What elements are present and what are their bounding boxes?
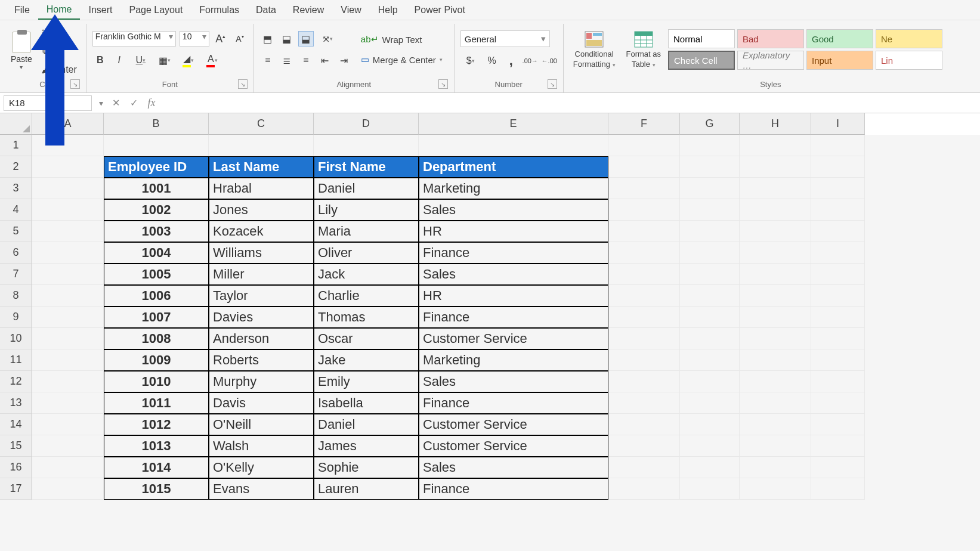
row-header-11[interactable]: 11: [0, 349, 32, 371]
cell-E5[interactable]: HR: [419, 221, 608, 242]
percent-button[interactable]: %: [484, 53, 500, 69]
borders-button[interactable]: ▦ ▾: [154, 52, 175, 68]
cell-D10[interactable]: Oscar: [314, 328, 419, 349]
cell-C14[interactable]: O'Neill: [209, 414, 314, 435]
cell-B5[interactable]: 1003: [104, 221, 209, 242]
name-box-dropdown[interactable]: ▾: [95, 98, 107, 108]
copy-button[interactable]: ⧉: [38, 43, 54, 58]
cell-F15[interactable]: [608, 435, 680, 457]
cell-G7[interactable]: [680, 264, 740, 285]
row-header-10[interactable]: 10: [0, 328, 32, 349]
cell-F8[interactable]: [608, 285, 680, 307]
cell-H5[interactable]: [740, 221, 811, 242]
cell-style-option[interactable]: Lin: [876, 51, 942, 70]
cell-I6[interactable]: [811, 242, 865, 264]
cell-A5[interactable]: [32, 221, 104, 242]
cell-style-option[interactable]: Normal: [668, 29, 735, 48]
cell-F16[interactable]: [608, 457, 680, 478]
font-size-select[interactable]: 10 ▾: [180, 31, 209, 47]
cell-F7[interactable]: [608, 264, 680, 285]
cell-I8[interactable]: [811, 285, 865, 307]
cell-F5[interactable]: [608, 221, 680, 242]
cell-F4[interactable]: [608, 199, 680, 221]
cell-A10[interactable]: [32, 328, 104, 349]
cell-C10[interactable]: Anderson: [209, 328, 314, 349]
enter-formula-button[interactable]: ✓: [125, 95, 143, 111]
cell-A2[interactable]: [32, 156, 104, 178]
column-header-E[interactable]: E: [419, 113, 608, 135]
cell-D13[interactable]: Isabella: [314, 392, 419, 414]
row-header-13[interactable]: 13: [0, 392, 32, 414]
cell-G3[interactable]: [680, 178, 740, 199]
cell-H4[interactable]: [740, 199, 811, 221]
cell-H9[interactable]: [740, 307, 811, 328]
cell-G5[interactable]: [680, 221, 740, 242]
cell-A12[interactable]: [32, 371, 104, 392]
dialog-launcher-icon[interactable]: ↘: [438, 79, 448, 89]
cell-B2[interactable]: Employee ID: [104, 156, 209, 178]
conditional-formatting-button[interactable]: Conditional Formatting ▾: [570, 29, 619, 70]
cell-F10[interactable]: [608, 328, 680, 349]
cell-D1[interactable]: [314, 135, 419, 156]
cell-B10[interactable]: 1008: [104, 328, 209, 349]
fill-color-button[interactable]: ◢ ▾: [178, 52, 199, 68]
cancel-formula-button[interactable]: ✕: [107, 95, 125, 111]
cell-B12[interactable]: 1010: [104, 371, 209, 392]
cell-I13[interactable]: [811, 392, 865, 414]
cell-F14[interactable]: [608, 414, 680, 435]
cell-H16[interactable]: [740, 457, 811, 478]
comma-button[interactable]: ,: [503, 53, 519, 69]
bold-button[interactable]: B: [92, 52, 108, 68]
cell-I9[interactable]: [811, 307, 865, 328]
menu-item-formulas[interactable]: Formulas: [191, 1, 248, 19]
format-painter-button[interactable]: 🖌ainter: [38, 62, 80, 78]
cell-H14[interactable]: [740, 414, 811, 435]
row-header-6[interactable]: 6: [0, 242, 32, 264]
cell-C1[interactable]: [209, 135, 314, 156]
cell-B1[interactable]: [104, 135, 209, 156]
cell-I15[interactable]: [811, 435, 865, 457]
cell-F1[interactable]: [608, 135, 680, 156]
cell-G8[interactable]: [680, 285, 740, 307]
menu-item-home[interactable]: Home: [38, 1, 81, 20]
cell-C12[interactable]: Murphy: [209, 371, 314, 392]
cell-D8[interactable]: Charlie: [314, 285, 419, 307]
cell-G15[interactable]: [680, 435, 740, 457]
cell-G4[interactable]: [680, 199, 740, 221]
cell-G9[interactable]: [680, 307, 740, 328]
cell-I17[interactable]: [811, 478, 865, 500]
cell-F6[interactable]: [608, 242, 680, 264]
cell-A6[interactable]: [32, 242, 104, 264]
column-header-H[interactable]: H: [740, 113, 811, 135]
cell-A17[interactable]: [32, 478, 104, 500]
column-header-C[interactable]: C: [209, 113, 314, 135]
cell-B3[interactable]: 1001: [104, 178, 209, 199]
cell-I5[interactable]: [811, 221, 865, 242]
cell-G10[interactable]: [680, 328, 740, 349]
cell-H11[interactable]: [740, 349, 811, 371]
cell-E12[interactable]: Sales: [419, 371, 608, 392]
cell-H7[interactable]: [740, 264, 811, 285]
cell-E11[interactable]: Marketing: [419, 349, 608, 371]
row-header-14[interactable]: 14: [0, 414, 32, 435]
cell-E8[interactable]: HR: [419, 285, 608, 307]
cell-F3[interactable]: [608, 178, 680, 199]
cell-D17[interactable]: Lauren: [314, 478, 419, 500]
cell-I11[interactable]: [811, 349, 865, 371]
cell-C16[interactable]: O'Kelly: [209, 457, 314, 478]
align-bottom-button[interactable]: ⬓: [298, 31, 314, 47]
menu-item-power-pivot[interactable]: Power Pivot: [406, 1, 474, 19]
align-middle-button[interactable]: ⬓: [279, 31, 295, 47]
cell-E4[interactable]: Sales: [419, 199, 608, 221]
cell-B9[interactable]: 1007: [104, 307, 209, 328]
cell-D2[interactable]: First Name: [314, 156, 419, 178]
increase-font-button[interactable]: A▴: [213, 31, 228, 47]
cell-E14[interactable]: Customer Service: [419, 414, 608, 435]
cell-A8[interactable]: [32, 285, 104, 307]
cell-G11[interactable]: [680, 349, 740, 371]
cell-B16[interactable]: 1014: [104, 457, 209, 478]
align-center-button[interactable]: ≣: [279, 52, 295, 68]
row-header-17[interactable]: 17: [0, 478, 32, 500]
increase-indent-button[interactable]: ⇥: [336, 52, 352, 68]
cell-I4[interactable]: [811, 199, 865, 221]
